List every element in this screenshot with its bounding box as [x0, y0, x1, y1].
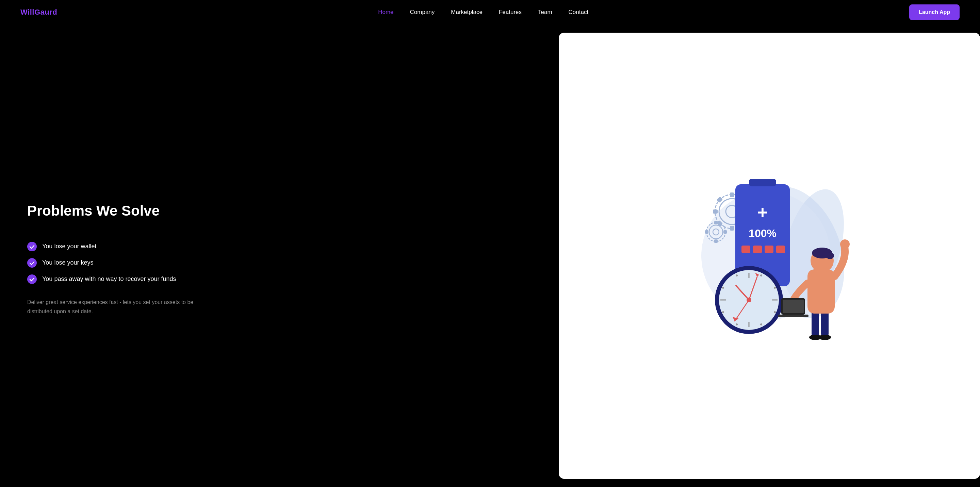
nav-home[interactable]: Home [378, 9, 393, 15]
svg-rect-26 [741, 246, 750, 253]
svg-point-51 [819, 335, 831, 340]
svg-rect-11 [713, 209, 718, 214]
right-panel: + 100% [559, 33, 980, 479]
svg-rect-49 [821, 310, 829, 337]
svg-point-2 [27, 274, 37, 284]
check-icon-3 [27, 274, 37, 284]
nav-marketplace[interactable]: Marketplace [451, 9, 482, 15]
svg-point-39 [722, 311, 724, 313]
checklist: You lose your wallet You lose your keys … [27, 242, 531, 284]
section-title: Problems We Solve [27, 202, 531, 219]
svg-rect-23 [724, 230, 727, 234]
svg-point-38 [774, 311, 776, 313]
svg-rect-48 [811, 310, 819, 337]
list-item-3: You pass away with no way to recover you… [27, 274, 531, 284]
svg-text:+: + [757, 202, 768, 222]
list-item-1: You lose your wallet [27, 242, 531, 251]
logo[interactable]: WillGaurd [21, 8, 57, 17]
illustration-svg: + 100% [681, 164, 858, 347]
nav-links: Home Company Marketplace Features Team C… [378, 9, 588, 16]
navbar: WillGaurd Home Company Marketplace Featu… [0, 0, 980, 24]
svg-rect-52 [808, 269, 835, 314]
check-icon-1 [27, 242, 37, 251]
svg-rect-21 [714, 240, 718, 243]
svg-point-35 [736, 274, 738, 276]
check-icon-2 [27, 258, 37, 268]
nav-contact[interactable]: Contact [569, 9, 589, 15]
nav-company[interactable]: Company [410, 9, 435, 15]
svg-rect-9 [730, 192, 734, 197]
svg-rect-28 [765, 246, 773, 253]
svg-rect-59 [778, 314, 808, 317]
svg-rect-10 [730, 226, 734, 231]
left-panel: Problems We Solve You lose your wallet Y… [0, 24, 559, 487]
svg-point-56 [840, 240, 850, 249]
svg-point-40 [760, 324, 762, 325]
description: Deliver great service experiences fast -… [27, 298, 218, 316]
svg-rect-22 [705, 230, 708, 234]
svg-rect-29 [776, 246, 785, 253]
svg-rect-27 [753, 246, 762, 253]
launch-app-button[interactable]: Launch App [909, 5, 959, 20]
svg-point-37 [722, 287, 724, 289]
divider [27, 228, 531, 228]
list-item-2: You lose your keys [27, 258, 531, 268]
battery-terminal [749, 179, 776, 186]
svg-rect-20 [714, 221, 718, 224]
svg-rect-58 [783, 300, 804, 313]
svg-point-55 [826, 252, 834, 259]
nav-features[interactable]: Features [499, 9, 522, 15]
svg-point-36 [774, 287, 776, 289]
main-content: Problems We Solve You lose your wallet Y… [0, 24, 980, 487]
svg-point-0 [27, 242, 37, 251]
nav-team[interactable]: Team [538, 9, 552, 15]
svg-point-41 [736, 324, 738, 325]
svg-text:100%: 100% [749, 227, 776, 240]
illustration: + 100% [572, 46, 966, 465]
svg-point-34 [760, 274, 762, 276]
svg-point-1 [27, 258, 37, 268]
